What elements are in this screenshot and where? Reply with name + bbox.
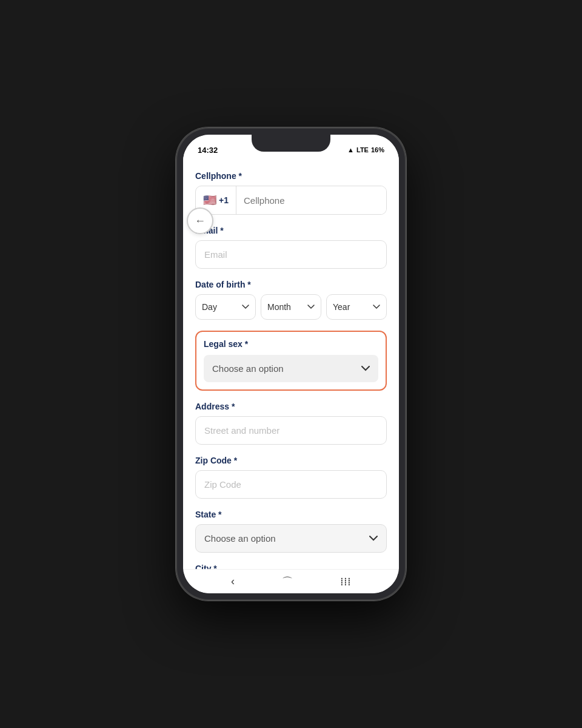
bottom-bar: ‹ ⌒ ⁞⁞⁞ bbox=[183, 569, 399, 593]
cellphone-label: Cellphone * bbox=[195, 171, 387, 181]
year-select[interactable]: Year bbox=[326, 294, 387, 320]
month-select[interactable]: Month bbox=[261, 294, 321, 320]
state-label: State * bbox=[195, 510, 387, 519]
dob-field-group: Date of birth * Day Month Year bbox=[195, 280, 387, 320]
status-icons: ▲ LTE 16% bbox=[347, 146, 384, 153]
address-field-group: Address * bbox=[195, 402, 387, 445]
day-select[interactable]: Day bbox=[195, 294, 256, 320]
back-arrow-icon: ← bbox=[195, 215, 206, 228]
legal-sex-select[interactable]: Choose an option Male Female bbox=[204, 355, 378, 382]
back-button[interactable]: ← bbox=[187, 207, 213, 234]
dob-label: Date of birth * bbox=[195, 280, 387, 289]
legal-sex-field-group: Legal sex * Choose an option Male Female bbox=[195, 331, 387, 391]
phone-notch bbox=[252, 135, 330, 152]
email-input[interactable] bbox=[195, 240, 387, 269]
form-content: Cellphone * 🇺🇸 +1 Email * Date of birth … bbox=[183, 161, 399, 569]
city-field-group: City * bbox=[195, 564, 387, 569]
zip-code-field-group: Zip Code * bbox=[195, 456, 387, 499]
battery-label: 16% bbox=[371, 146, 384, 153]
legal-sex-label: Legal sex * bbox=[204, 339, 378, 349]
city-label: City * bbox=[195, 564, 387, 569]
cellphone-field-group: Cellphone * 🇺🇸 +1 bbox=[195, 171, 387, 215]
phone-screen: 14:32 ▲ LTE 16% ← Cellphone * 🇺🇸 +1 bbox=[183, 135, 399, 593]
phone-input-wrapper: 🇺🇸 +1 bbox=[195, 186, 387, 215]
flag-icon: 🇺🇸 bbox=[203, 194, 216, 207]
zip-code-input[interactable] bbox=[195, 470, 387, 499]
address-label: Address * bbox=[195, 402, 387, 411]
cellphone-input[interactable] bbox=[236, 186, 386, 214]
email-field-group: Email * bbox=[195, 226, 387, 269]
email-label: Email * bbox=[195, 226, 387, 235]
dob-row: Day Month Year bbox=[195, 294, 387, 320]
phone-device: 14:32 ▲ LTE 16% ← Cellphone * 🇺🇸 +1 bbox=[176, 127, 406, 601]
signal-icon: ▲ bbox=[347, 146, 354, 153]
zip-code-label: Zip Code * bbox=[195, 456, 387, 465]
status-time: 14:32 bbox=[198, 146, 218, 155]
state-field-group: State * Choose an option bbox=[195, 510, 387, 553]
bottom-menu-icon[interactable]: ⁞⁞⁞ bbox=[340, 575, 351, 588]
country-code: +1 bbox=[219, 195, 229, 205]
state-select[interactable]: Choose an option bbox=[195, 524, 387, 553]
bottom-back-icon[interactable]: ‹ bbox=[231, 575, 235, 588]
bottom-home-icon[interactable]: ⌒ bbox=[282, 575, 293, 589]
address-input[interactable] bbox=[195, 416, 387, 445]
lte-label: LTE bbox=[356, 146, 369, 153]
